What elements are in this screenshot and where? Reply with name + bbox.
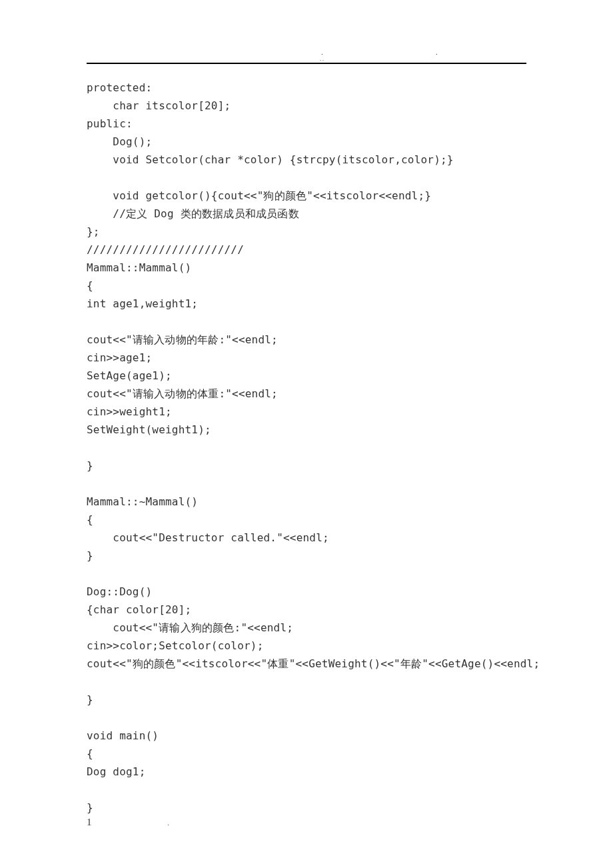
page: . . . . protected: char itscolor[20]; pu… bbox=[0, 0, 613, 868]
page-header: . . . . bbox=[87, 48, 526, 63]
code-block: protected: char itscolor[20]; public: Do… bbox=[87, 79, 526, 817]
page-number: 1 bbox=[87, 817, 92, 827]
footer-dot: . bbox=[167, 819, 169, 827]
header-dot-a: . bbox=[321, 48, 323, 56]
header-rule bbox=[87, 63, 526, 64]
header-dot-b: . bbox=[436, 48, 438, 56]
header-dots-mid: . . bbox=[320, 56, 324, 62]
page-footer: 1 . bbox=[87, 817, 169, 828]
